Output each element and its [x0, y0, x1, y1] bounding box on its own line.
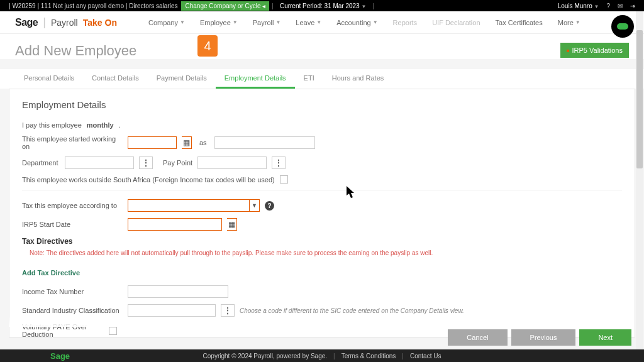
tab-payment[interactable]: Payment Details	[148, 69, 216, 89]
scrollbar[interactable]	[636, 11, 643, 349]
department-input[interactable]	[65, 156, 134, 169]
tab-eti[interactable]: ETI	[295, 69, 323, 89]
tab-contact[interactable]: Contact Details	[83, 69, 148, 89]
paypoint-lookup-icon[interactable]: ⋮	[272, 156, 286, 169]
nav-leave[interactable]: Leave▼	[289, 16, 328, 29]
irp5-start-picker-icon[interactable]: ▦	[227, 218, 237, 231]
paypoint-input[interactable]	[197, 156, 267, 169]
help-icon[interactable]: ?	[602, 3, 614, 9]
footer-logo: Sage	[50, 351, 70, 361]
add-tax-directive-link[interactable]: Add Tax Directive	[22, 269, 80, 277]
start-date-picker-icon[interactable]: ▦	[182, 136, 192, 149]
nav-uif: UIF Declaration	[426, 16, 486, 29]
outside-sa-label: This employee works outside South Africa…	[22, 176, 275, 184]
form-panel: Employment Details I pay this employee m…	[9, 89, 635, 337]
tax-method-select[interactable]: ▼	[128, 199, 260, 212]
income-tax-input[interactable]	[128, 285, 228, 298]
footer-contact-link[interactable]: Contact Us	[410, 353, 441, 359]
sic-input[interactable]	[128, 304, 216, 317]
irp5-validations-button[interactable]: IRP5 Validations	[560, 43, 629, 58]
tax-directives-heading: Tax Directives	[22, 237, 622, 246]
wizard-tabs: Personal Details Contact Details Payment…	[0, 69, 644, 89]
income-tax-label: Income Tax Number	[22, 288, 123, 295]
brand: Sage | Payroll Take On	[15, 16, 117, 29]
nav-accounting[interactable]: Accounting▼	[330, 16, 384, 29]
company-context: | W20259 | 111 Not just any payroll demo…	[5, 3, 181, 9]
main-navbar: Sage | Payroll Take On Company▼ Employee…	[0, 11, 644, 34]
user-menu[interactable]: Louis Munro ▼	[554, 3, 603, 9]
divider: |	[269, 3, 276, 9]
step-marker: 4	[197, 35, 218, 57]
footer-copyright: Copyright © 2024 Payroll, powered by Sag…	[203, 353, 327, 359]
paypoint-label: Pay Point	[163, 159, 192, 167]
sage-logo: Sage	[15, 17, 38, 28]
tax-according-label: Tax this employee according to	[22, 202, 123, 209]
product-name: Payroll	[51, 18, 78, 28]
assistant-bot-icon[interactable]	[611, 15, 634, 38]
footer: Sage Copyright © 2024 Payroll, powered b…	[0, 349, 644, 362]
exit-icon[interactable]: ⇥	[626, 3, 639, 9]
page-header: Add New Employee IRP5 Validations	[0, 34, 644, 59]
irp5-start-label: IRP5 Start Date	[22, 221, 123, 228]
sic-lookup-icon[interactable]: ⋮	[221, 304, 235, 317]
tab-employment[interactable]: Employment Details	[216, 69, 295, 89]
current-period[interactable]: Current Period: 31 Mar 2023 ▼	[276, 3, 370, 9]
footer-terms-link[interactable]: Terms & Conditions	[341, 353, 396, 359]
tab-hours[interactable]: Hours and Rates	[323, 69, 393, 89]
wizard-buttons: Cancel Previous Next	[448, 329, 631, 346]
product-mode: Take On	[83, 18, 117, 28]
as-label: as	[199, 139, 207, 146]
irp5-start-input[interactable]	[128, 218, 222, 231]
nav-employee[interactable]: Employee▼	[194, 16, 244, 29]
nav-more[interactable]: More▼	[552, 16, 587, 29]
tax-help-icon[interactable]: ?	[265, 201, 274, 211]
top-system-bar: | W20259 | 111 Not just any payroll demo…	[0, 0, 644, 11]
outside-sa-checkbox[interactable]	[280, 175, 288, 184]
department-lookup-icon[interactable]: ⋮	[139, 156, 153, 169]
section-title: Employment Details	[22, 99, 622, 110]
voluntary-paye-checkbox[interactable]	[109, 327, 117, 335]
nav-company[interactable]: Company▼	[142, 16, 191, 29]
pay-frequency-line: I pay this employee monthly.	[22, 121, 622, 129]
job-title-input[interactable]	[214, 136, 315, 149]
start-date-label: This employee started working on	[22, 135, 123, 150]
divider: |	[370, 3, 377, 9]
sic-hint: Choose a code if different to the SIC co…	[240, 307, 464, 314]
voluntary-paye-label: Voluntary PAYE Over Deduction	[22, 323, 104, 337]
scrollbar-thumb[interactable]	[636, 30, 643, 168]
page-title: Add New Employee	[15, 43, 136, 59]
next-button[interactable]: Next	[579, 329, 631, 346]
previous-button[interactable]: Previous	[511, 329, 576, 346]
messages-icon[interactable]: ✉	[614, 3, 626, 9]
department-label: Department	[22, 159, 60, 167]
tab-personal[interactable]: Personal Details	[15, 69, 83, 89]
change-company-button[interactable]: Change Company or Cycle ◂	[181, 1, 269, 11]
start-date-input[interactable]	[128, 136, 177, 149]
nav-payroll[interactable]: Payroll▼	[247, 16, 287, 29]
nav-reports: Reports	[387, 16, 424, 29]
cancel-button[interactable]: Cancel	[448, 329, 507, 346]
directives-note: Note: The directives added here will not…	[30, 250, 622, 256]
sic-label: Standard Industry Classification	[22, 307, 123, 314]
nav-tax[interactable]: Tax Certificates	[489, 16, 549, 29]
